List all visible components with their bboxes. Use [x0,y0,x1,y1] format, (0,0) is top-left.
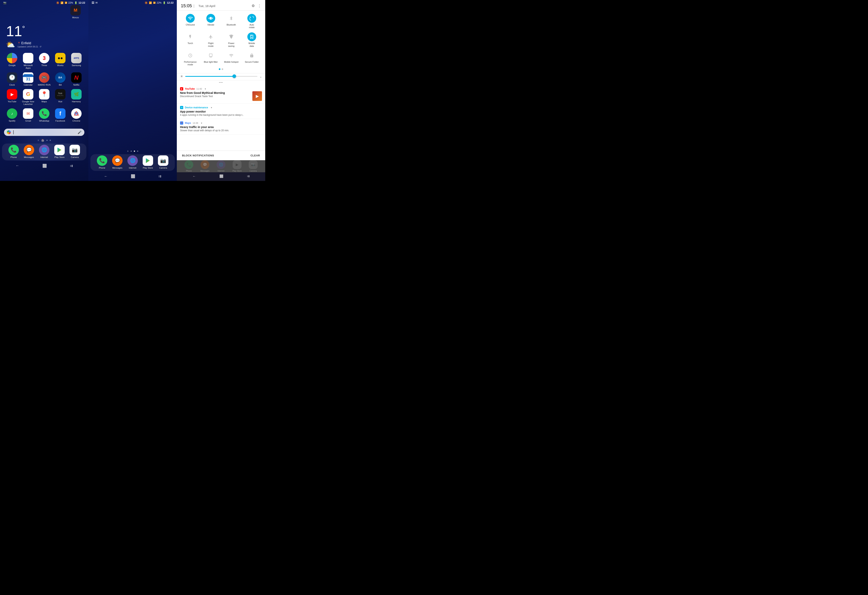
qs-bluelight[interactable]: Blue light filter [203,50,219,67]
app-hue[interactable]: hue PHILIPS Hue [53,89,67,105]
back-button-left[interactable]: ← [16,164,19,168]
dock-camera[interactable]: 📷 Camera [68,145,81,158]
app-maps[interactable]: 📍 Maps [37,89,51,105]
app-wuntu[interactable]: ●● Wuntu [53,53,67,70]
status-left-icons: 📷 [3,1,6,4]
qs-power[interactable]: Powersaving [223,31,239,49]
harmony-leaf: 🌿 [74,92,79,97]
app-gmail[interactable]: ✉ Gmail [21,108,35,122]
qs-power-icon [227,33,236,41]
search-bar[interactable]: 🎤 [4,129,84,136]
app-netflix[interactable]: N Netflix [69,73,83,86]
app-facebook[interactable]: f Facebook [53,108,67,122]
notif-maps-dropdown[interactable]: ▼ [201,122,202,124]
notif-header-icons: ⚙ ⋮ [252,4,261,8]
status-bar-left: 📷 🔕 📶 📶 22% 🔋 12:22 [0,0,89,5]
middle-content [89,5,177,150]
notif-device-dropdown[interactable]: ▼ [210,107,213,109]
notif-device[interactable]: ⚙ Device maintenance ▼ App power monitor… [177,104,265,119]
calendar-label: Calendar [24,84,33,86]
dock-messages-mid[interactable]: 💬 Messages [111,155,124,169]
app-whatsapp[interactable]: 📞 WhatsApp [37,108,51,122]
mario-icon: 🎮 [39,73,49,83]
qs-mobile[interactable]: Mobiledata [244,31,260,49]
app-youtube[interactable]: ▶ YouTube [5,89,19,105]
facebook-label: Facebook [55,120,65,122]
qs-bluetooth[interactable]: Bluetooth [223,13,239,30]
app-calendar[interactable]: 31 Calendar [21,73,35,86]
dock-playstore-mid[interactable]: Play Store [141,155,155,169]
app-mario[interactable]: 🎮 MARIO RUN [37,73,51,86]
hotspot-svg [229,53,233,58]
notif-maps[interactable]: 📍 Maps 14:38 ▼ Heavy traffic in your are… [177,119,265,135]
app-clock[interactable]: 🕐 Clock [5,73,19,86]
app-three[interactable]: 3 Three [37,53,51,70]
dock-messages-icon: 💬 [24,145,34,155]
app-google[interactable]: Google [5,53,19,70]
mario-emoji: 🎮 [41,75,47,80]
qs-hotspot-label: Mobile hotspot [224,61,239,63]
qs-secure[interactable]: Secure Folder [244,50,260,67]
notif-device-text: App power monitor 4 apps running in the … [180,110,262,116]
qs-torch[interactable]: Torch [182,31,198,49]
home-button-right[interactable]: ⬜ [219,174,223,178]
recent-button-right[interactable]: ⇉ [247,174,249,178]
mic-icon[interactable]: 🎤 [78,130,81,134]
notif-youtube[interactable]: ▶ YouTube 11:40 ▼ New from Good Mythical… [177,85,265,104]
dock-playstore[interactable]: Play Store [53,145,66,158]
qs-power-label: Powersaving [228,42,235,47]
qs-wifi[interactable]: CNGuest [182,13,198,30]
qs-hotspot[interactable]: Mobile hotspot [223,50,239,67]
recent-button-left[interactable]: ⇉ [70,164,73,168]
home-page-icon: 🏠 [41,139,44,142]
app-googlenow[interactable]: G Google Now Launcher [21,89,35,105]
qs-vibrate-icon [206,14,215,23]
qs-secure-icon [247,51,256,60]
dock-camera-mid[interactable]: 📷 Camera [156,155,170,169]
facebook-icon: f [55,108,65,119]
dock-phone[interactable]: 📞 Phone [7,145,21,158]
back-button-right[interactable]: ← [193,175,196,178]
app-harmony[interactable]: 🌿 Harmony [69,89,83,105]
brightness-row: ☀ ⌄ [177,73,265,80]
notification-panel: 15:05 | Tue, 18 April ⚙ ⋮ CNGuest [177,0,265,181]
qs-flight[interactable]: Flightmode [203,31,219,49]
qs-performance[interactable]: Performance mode [182,50,198,67]
qs-vibrate[interactable]: Vibrate [203,13,219,30]
brightness-thumb[interactable] [232,74,236,78]
block-notifications-button[interactable]: BLOCK NOTIFICATIONS [180,153,216,158]
dock-internet-mid[interactable]: 🌐 Internet [126,155,139,169]
app-chrome[interactable]: Chrome [69,108,83,122]
more-icon[interactable]: ⋮ [258,4,261,8]
dock-phone-mid[interactable]: 📞 Phone [95,155,109,169]
brightness-slider[interactable] [185,76,257,77]
temp-degree: ° [22,25,25,33]
home-button-mid[interactable]: ⬜ [131,174,135,179]
page-dot-mid-1 [131,151,132,152]
dock-messages[interactable]: 💬 Messages [22,145,36,158]
back-button-mid[interactable]: ← [104,174,108,179]
home-button-left[interactable]: ⬜ [43,164,47,168]
qs-rotate[interactable]: Autorotate [244,13,260,30]
recent-button-mid[interactable]: ⇉ [158,174,161,179]
dock-internet[interactable]: 🌐 Internet [37,145,51,158]
brightness-expand-icon[interactable]: ⌄ [260,75,262,78]
qs-dot-1 [219,68,220,70]
notif-device-header: ⚙ Device maintenance ▼ [180,106,262,109]
brightness-fill [185,76,234,77]
app-monzo[interactable]: M Monzo [69,5,83,19]
settings-icon[interactable]: ⚙ [252,4,255,8]
page-dots-middle: ≡ [89,150,177,152]
location-block: 📍 Enfield Updated 14/04 09:21 ↺ [18,41,41,48]
battery-icon: 🔋 [74,1,77,4]
clear-button[interactable]: CLEAR [248,153,262,158]
app-ba[interactable]: BA BA [53,73,67,86]
app-spotify[interactable]: ♪ Spotify [5,108,19,122]
location-updated: Updated 14/04 09:21 ↺ [18,46,41,48]
chrome-icon [71,108,81,119]
netflix-icon: N [71,73,81,83]
app-msapps[interactable]: MicrosoftApps [21,53,35,70]
notif-youtube-dropdown[interactable]: ▼ [204,88,206,90]
app-samsung[interactable]: APPS Samsung [69,53,83,70]
notif-youtube-body: Discontinued Snack Taste Test [180,95,250,98]
